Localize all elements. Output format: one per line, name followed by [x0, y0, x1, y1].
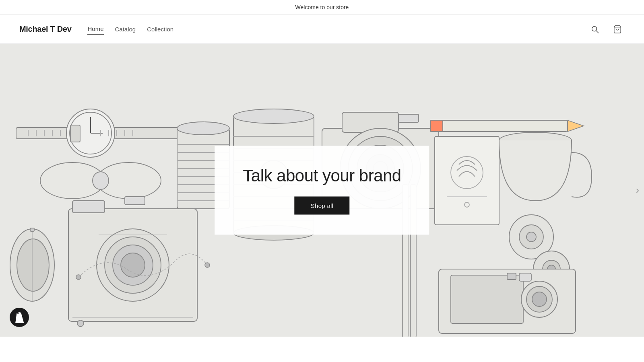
svg-rect-35 [125, 197, 145, 205]
svg-rect-87 [451, 275, 523, 323]
svg-point-39 [177, 122, 229, 135]
svg-point-94 [205, 263, 210, 267]
svg-rect-20 [70, 125, 80, 142]
svg-rect-67 [398, 114, 419, 122]
svg-point-25 [17, 239, 49, 291]
hero-title: Talk about your brand [243, 166, 401, 185]
svg-rect-68 [431, 120, 568, 132]
hero-section: Talk about your brand Shop all › [0, 44, 644, 337]
svg-point-37 [77, 320, 84, 327]
svg-point-90 [532, 292, 547, 306]
svg-point-93 [76, 275, 81, 280]
svg-rect-29 [72, 201, 105, 213]
svg-rect-91 [519, 273, 531, 281]
search-icon[interactable] [588, 22, 602, 37]
shop-all-button[interactable]: Shop all [295, 197, 350, 215]
svg-point-49 [233, 109, 314, 123]
shopify-icon [14, 312, 25, 323]
nav-item-collection[interactable]: Collection [147, 24, 173, 34]
hero-content: Talk about your brand Shop all [215, 146, 429, 235]
svg-rect-70 [431, 120, 443, 132]
shopify-badge[interactable] [10, 308, 29, 327]
announcement-bar: Welcome to our store [0, 0, 644, 15]
header-right [588, 22, 625, 37]
svg-rect-92 [507, 273, 516, 280]
nav-item-home[interactable]: Home [87, 24, 103, 35]
announcement-text: Welcome to our store [295, 4, 349, 10]
svg-point-23 [93, 172, 109, 189]
svg-point-0 [592, 26, 597, 31]
svg-line-1 [596, 31, 599, 33]
svg-rect-27 [30, 228, 34, 231]
header-left: Michael T Dev Home Catalog Collection [19, 24, 173, 35]
scroll-indicator[interactable]: › [636, 185, 639, 196]
nav: Home Catalog Collection [87, 24, 173, 35]
svg-point-33 [121, 253, 145, 277]
svg-point-78 [526, 232, 536, 242]
svg-rect-71 [435, 136, 499, 225]
nav-item-catalog[interactable]: Catalog [115, 24, 136, 34]
brand-name[interactable]: Michael T Dev [19, 25, 71, 34]
cart-icon[interactable] [610, 22, 625, 37]
header: Michael T Dev Home Catalog Collection [0, 15, 644, 44]
